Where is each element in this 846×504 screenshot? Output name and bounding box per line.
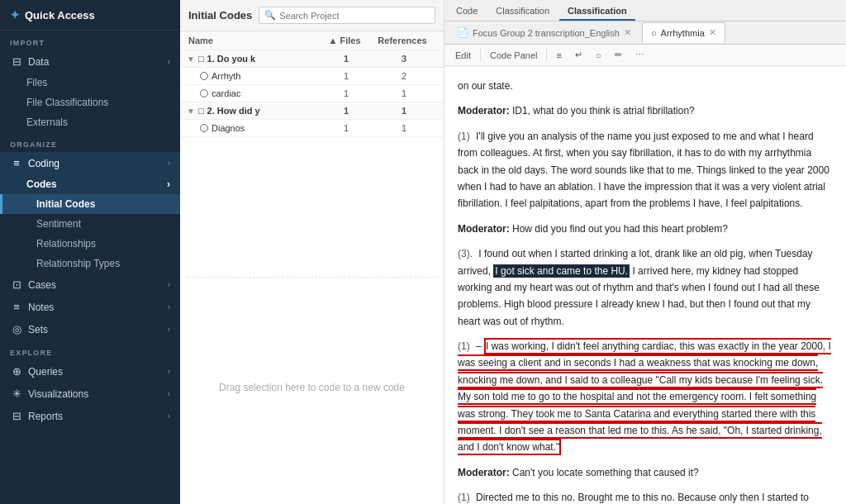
cases-icon: ⊡ — [10, 278, 23, 291]
row-label: Arrhyth — [212, 71, 240, 81]
visualizations-label: Visualizations — [28, 388, 88, 400]
sidebar: ✦ Quick Access IMPORT ⊟ Data › Files Fil… — [0, 0, 180, 504]
sentiment-label: Sentiment — [36, 218, 81, 230]
sidebar-item-coding[interactable]: ≡ Coding › — [0, 152, 180, 174]
table-row[interactable]: ▼ □ 2. How did y 1 1 — [180, 102, 444, 120]
files-value: 1 — [321, 71, 371, 81]
files-value: 1 — [321, 106, 371, 116]
sidebar-item-file-classifications[interactable]: File Classifications — [0, 93, 180, 112]
highlight-red-text: I was working, I didn't feel anything ca… — [458, 338, 831, 455]
row-label: 2. How did y — [207, 106, 260, 116]
import-section-label: IMPORT — [0, 31, 180, 50]
draw-button[interactable]: ✏ — [611, 48, 626, 62]
reports-chevron: › — [168, 411, 170, 421]
tab-classification-2[interactable]: Classification — [559, 2, 635, 21]
tab-arrhythmia[interactable]: ○ Arrhythmia ✕ — [642, 22, 725, 43]
name-col-header: Name — [188, 36, 320, 45]
notes-chevron: › — [168, 302, 170, 311]
doc-toolbar: Edit Code Panel ≡ ↵ ○ ✏ ⋯ — [444, 45, 846, 66]
row-name: □ — [198, 106, 204, 116]
sidebar-item-sets[interactable]: ◎ Sets › — [0, 318, 180, 340]
text-truncated: on our state. — [458, 78, 833, 94]
files-label: Files — [26, 77, 47, 88]
tab-arrhythmia-label: Arrhythmia — [661, 28, 705, 38]
edit-button[interactable]: Edit — [451, 49, 475, 62]
table-row[interactable]: Arrhyth 1 2 — [180, 68, 444, 85]
refs-value: 1 — [371, 123, 437, 133]
tab-code[interactable]: Code — [448, 2, 486, 21]
sidebar-item-initial-codes[interactable]: Initial Codes — [0, 194, 180, 214]
search-box: 🔍 — [259, 7, 435, 24]
para-text: Directed me to this no. Brought me to th… — [458, 492, 809, 504]
notes-label: Notes — [28, 302, 54, 313]
document-content: on our state. Moderator: ID1, what do yo… — [444, 66, 846, 504]
para-text: I'll give you an analysis of the name yo… — [458, 131, 829, 210]
code-panel-button[interactable]: Code Panel — [486, 49, 542, 62]
paragraph-5: (1) Directed me to this no. Brought me t… — [458, 489, 833, 504]
sidebar-item-data[interactable]: ⊟ Data › — [0, 50, 180, 73]
sidebar-item-externals[interactable]: Externals — [0, 112, 180, 132]
sidebar-item-codes[interactable]: Codes › — [0, 174, 180, 194]
right-panel: Code Classification Classification 📄 Foc… — [444, 0, 846, 504]
tab-classification-1[interactable]: Classification — [487, 2, 558, 21]
shapes-button[interactable]: ○ — [592, 49, 606, 62]
queries-chevron: › — [168, 367, 170, 376]
initial-codes-label: Initial Codes — [36, 198, 95, 210]
tab-close-icon[interactable]: ✕ — [624, 27, 631, 38]
doc-icon: 📄 — [457, 27, 468, 38]
queries-icon: ⊕ — [10, 365, 23, 378]
refs-value: 2 — [371, 71, 437, 81]
drag-drop-area: Drag selection here to code to a new cod… — [187, 277, 437, 497]
files-value: 1 — [321, 54, 371, 64]
middle-panel: Initial Codes 🔍 Name ▲ Files References … — [180, 0, 444, 504]
more-button[interactable]: ⋯ — [631, 48, 649, 62]
insert-button[interactable]: ↵ — [571, 48, 587, 62]
paragraph-3: (3). I found out when I started drinking… — [458, 245, 833, 330]
codes-chevron: › — [167, 178, 170, 190]
sidebar-item-files[interactable]: Files — [0, 73, 180, 93]
paragraph-moderator-3: Moderator: Can't you locate something th… — [458, 464, 833, 481]
table-row[interactable]: ▼ □ 1. Do you k 1 3 — [180, 50, 444, 68]
expand-icon: ▼ — [187, 55, 195, 64]
queries-label: Queries — [28, 366, 63, 378]
files-value: 1 — [321, 123, 371, 133]
format-button[interactable]: ≡ — [552, 49, 565, 62]
sidebar-item-visualizations[interactable]: ✳ Visualizations › — [0, 383, 180, 405]
tab-close-icon[interactable]: ✕ — [709, 27, 716, 38]
tree-body: ▼ □ 1. Do you k 1 3 Arrhyth 1 2 — [180, 50, 444, 270]
search-input[interactable] — [279, 11, 430, 21]
chevron-icon: › — [168, 57, 170, 66]
sidebar-item-data-label: Data — [28, 56, 49, 68]
row-name: □ — [198, 54, 204, 64]
coding-label: Coding — [28, 158, 59, 169]
sidebar-item-queries[interactable]: ⊕ Queries › — [0, 360, 180, 383]
star-icon: ✦ — [10, 8, 20, 21]
tab-focus-group[interactable]: 📄 Focus Group 2 transcription_English ✕ — [448, 22, 640, 43]
refs-value: 1 — [371, 88, 437, 98]
visualizations-chevron: › — [168, 389, 170, 398]
code-circle-icon — [200, 72, 208, 80]
table-row[interactable]: Diagnos 1 1 — [180, 120, 444, 137]
sidebar-item-sentiment[interactable]: Sentiment — [0, 214, 180, 234]
sidebar-item-relationships[interactable]: Relationships — [0, 234, 180, 254]
cases-chevron: › — [168, 280, 170, 289]
externals-label: Externals — [26, 116, 68, 128]
refs-value: 1 — [371, 106, 437, 116]
organize-section-label: ORGANIZE — [0, 132, 180, 152]
sets-label: Sets — [28, 324, 48, 335]
sidebar-item-reports[interactable]: ⊟ Reports › — [0, 405, 180, 427]
notes-icon: ≡ — [10, 301, 23, 313]
data-icon: ⊟ — [10, 55, 23, 68]
coding-chevron: › — [168, 159, 170, 168]
sidebar-item-notes[interactable]: ≡ Notes › — [0, 296, 180, 318]
speaker-label: Moderator: — [458, 223, 510, 235]
doc-tabs-bar: 📄 Focus Group 2 transcription_English ✕ … — [444, 21, 846, 45]
para-dash: – — [476, 340, 484, 352]
sidebar-item-cases[interactable]: ⊡ Cases › — [0, 273, 180, 296]
sidebar-item-relationship-types[interactable]: Relationship Types — [0, 254, 180, 273]
sets-icon: ◎ — [10, 323, 23, 335]
speaker-label: Moderator: — [458, 105, 510, 116]
tab-focus-group-label: Focus Group 2 transcription_English — [473, 28, 620, 38]
table-row[interactable]: cardiac 1 1 — [180, 85, 444, 102]
coding-icon: ≡ — [10, 157, 23, 169]
